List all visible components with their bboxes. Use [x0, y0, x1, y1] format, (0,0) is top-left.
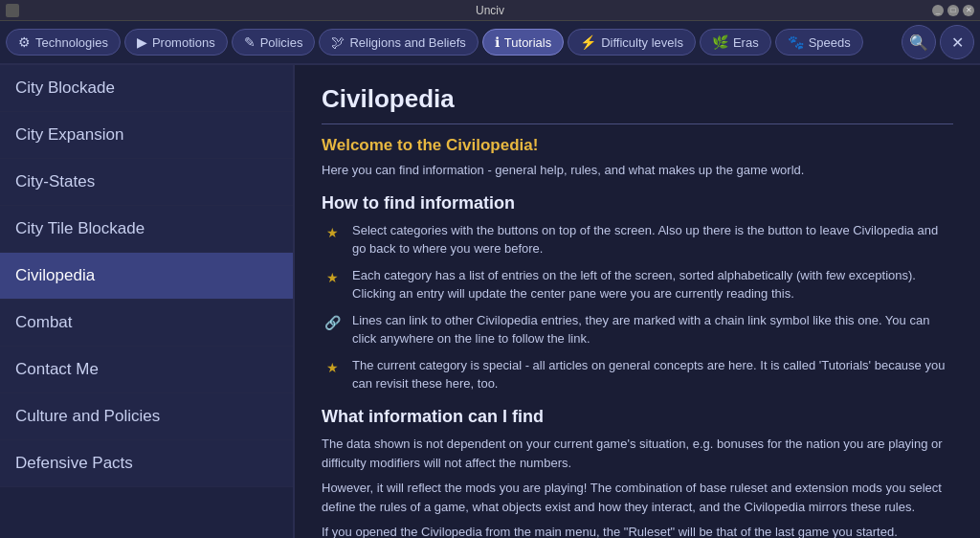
speeds-icon: 🐾: [788, 34, 804, 50]
chain-icon: 🔗: [322, 312, 343, 333]
star-icon-3: ★: [322, 357, 343, 378]
technologies-icon: ⚙: [18, 34, 31, 50]
promotions-icon: ▶: [137, 34, 147, 50]
nav-policies[interactable]: ✎ Policies: [232, 29, 316, 56]
technologies-label: Technologies: [35, 35, 108, 50]
religions-icon: 🕊: [331, 34, 345, 50]
nav-religions[interactable]: 🕊 Religions and Beliefs: [319, 29, 478, 56]
policies-label: Policies: [260, 35, 303, 50]
nav-speeds[interactable]: 🐾 Speeds: [775, 29, 863, 56]
nav-eras[interactable]: 🌿 Eras: [700, 29, 771, 56]
bullet-3: 🔗 Lines can link to other Civilopedia en…: [322, 311, 953, 348]
close-button[interactable]: ✕: [963, 5, 974, 16]
speeds-label: Speeds: [809, 35, 851, 50]
promotions-label: Promotions: [152, 35, 215, 50]
sidebar-item-culture-policies[interactable]: Culture and Policies: [0, 393, 293, 440]
para-2: However, it will reflect the mods you ar…: [322, 479, 953, 517]
difficulty-icon: ⚡: [580, 34, 596, 50]
bullet-text-3: Lines can link to other Civilopedia entr…: [352, 311, 953, 348]
titlebar: Unciv _ □ ✕: [0, 0, 980, 21]
tutorials-icon: ℹ: [495, 34, 500, 50]
para-1: The data shown is not dependent on your …: [322, 435, 953, 473]
bullet-2: ★ Each category has a list of entries on…: [322, 266, 953, 303]
sidebar-item-city-states[interactable]: City-States: [0, 159, 293, 206]
para-3: If you opened the Civilopedia from the m…: [322, 523, 953, 538]
eras-label: Eras: [733, 35, 759, 50]
sidebar: City Blockade City Expansion City-States…: [0, 65, 295, 538]
section1-heading: How to find information: [322, 193, 953, 213]
window-controls[interactable]: _ □ ✕: [932, 5, 974, 16]
sidebar-item-combat[interactable]: Combat: [0, 300, 293, 347]
main-layout: City Blockade City Expansion City-States…: [0, 65, 980, 538]
welcome-heading: Welcome to the Civilopedia!: [322, 136, 953, 155]
difficulty-label: Difficulty levels: [601, 35, 683, 50]
sidebar-item-city-blockade[interactable]: City Blockade: [0, 65, 293, 112]
bullet-text-1: Select categories with the buttons on to…: [352, 221, 953, 258]
sidebar-item-civilopedia[interactable]: Civilopedia: [0, 253, 293, 300]
nav-technologies[interactable]: ⚙ Technologies: [6, 29, 121, 56]
sidebar-item-defensive-pacts[interactable]: Defensive Pacts: [0, 440, 293, 487]
bullet-text-2: Each category has a list of entries on t…: [352, 266, 953, 303]
content-area: Civilopedia Welcome to the Civilopedia! …: [295, 65, 980, 538]
intro-text: Here you can find information - general …: [322, 161, 953, 180]
close-nav-button[interactable]: ✕: [940, 25, 974, 59]
tutorials-label: Tutorials: [504, 35, 551, 50]
nav-promotions[interactable]: ▶ Promotions: [124, 29, 228, 56]
policies-icon: ✎: [244, 34, 256, 50]
nav-tutorials[interactable]: ℹ Tutorials: [482, 29, 564, 56]
maximize-button[interactable]: □: [947, 5, 959, 16]
window-title: Unciv: [476, 4, 504, 17]
minimize-button[interactable]: _: [932, 5, 944, 16]
religions-label: Religions and Beliefs: [349, 35, 465, 50]
bullet-text-4: The current category is special - all ar…: [352, 356, 953, 393]
section2-heading: What information can I find: [322, 407, 953, 427]
nav-difficulty[interactable]: ⚡ Difficulty levels: [568, 29, 696, 56]
search-icon: 🔍: [909, 34, 928, 52]
star-icon-2: ★: [322, 267, 343, 288]
sidebar-item-contact-me[interactable]: Contact Me: [0, 347, 293, 393]
close-nav-icon: ✕: [951, 34, 964, 52]
sidebar-item-city-tile-blockade[interactable]: City Tile Blockade: [0, 206, 293, 253]
bullet-1: ★ Select categories with the buttons on …: [322, 221, 953, 258]
eras-icon: 🌿: [712, 34, 728, 50]
search-button[interactable]: 🔍: [902, 25, 936, 59]
page-title: Civilopedia: [322, 84, 953, 124]
app-icon: [6, 4, 19, 17]
navbar: ⚙ Technologies ▶ Promotions ✎ Policies 🕊…: [0, 21, 980, 65]
bullet-4: ★ The current category is special - all …: [322, 356, 953, 393]
star-icon-1: ★: [322, 222, 343, 243]
sidebar-item-city-expansion[interactable]: City Expansion: [0, 112, 293, 159]
